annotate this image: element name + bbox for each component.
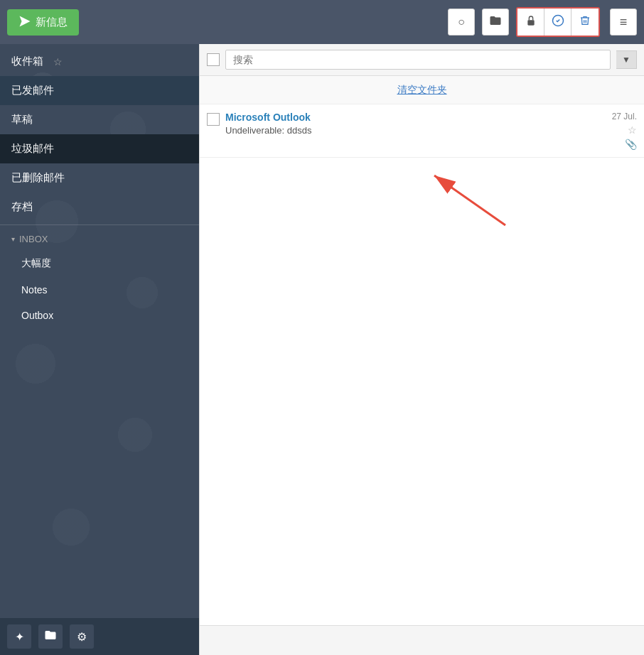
check-circle-icon <box>552 14 564 30</box>
inbox-section-header[interactable]: ▾ INBOX <box>0 228 199 250</box>
pin-button[interactable]: ✦ <box>7 624 31 649</box>
folder-toolbar-button[interactable] <box>482 9 509 36</box>
gear-icon: ⚙ <box>77 630 87 644</box>
menu-toolbar-button[interactable]: ≡ <box>610 9 637 36</box>
sidebar-item-archive[interactable]: 存档 <box>0 193 199 222</box>
folder-icon <box>489 14 502 30</box>
search-dropdown-button[interactable]: ▼ <box>616 50 637 69</box>
content-bottom-bar <box>200 625 644 655</box>
notes-label: Notes <box>21 284 48 296</box>
sidebar-item-deleted[interactable]: 已删除邮件 <box>0 163 199 193</box>
sidebar-item-sent[interactable]: 已发邮件 <box>0 76 199 105</box>
inbox-label: 收件箱 <box>11 55 43 68</box>
sent-label: 已发邮件 <box>11 84 54 97</box>
inbox-section-label: INBOX <box>19 234 48 244</box>
compose-button[interactable]: 新信息 <box>7 9 79 36</box>
chevron-down-icon: ▾ <box>11 235 15 243</box>
check-toolbar-button[interactable] <box>544 9 571 36</box>
content-header: ▼ <box>200 44 644 76</box>
sidebar-item-dafudu[interactable]: 大幅度 <box>0 250 199 277</box>
clear-folder-bar: 清空文件夹 <box>200 76 644 104</box>
email-star-icon[interactable]: ☆ <box>628 124 637 136</box>
circle-toolbar-button[interactable]: ○ <box>448 9 475 36</box>
email-item[interactable]: Microsoft Outlook Undeliverable: ddsds 2… <box>200 104 644 158</box>
email-meta: 27 Jul. ☆ 📎 <box>612 112 637 150</box>
top-toolbar: 新信息 ○ <box>0 0 644 44</box>
main-layout: 收件箱 ☆ 已发邮件 草稿 垃圾邮件 已删除邮件 存档 <box>0 44 644 655</box>
email-date: 27 Jul. <box>612 112 637 121</box>
search-input[interactable] <box>225 50 611 70</box>
star-icon[interactable]: ☆ <box>53 56 63 67</box>
clear-folder-button[interactable]: 清空文件夹 <box>397 84 447 97</box>
svg-rect-1 <box>527 20 534 25</box>
sidebar-item-junk[interactable]: 垃圾邮件 <box>0 134 199 163</box>
sidebar-bottom: ✦ ⚙ <box>0 618 199 655</box>
lock-toolbar-button[interactable] <box>517 9 544 36</box>
dropdown-arrow-icon: ▼ <box>622 55 630 65</box>
pin-icon: ✦ <box>15 630 24 644</box>
send-icon <box>18 15 31 30</box>
sidebar-item-outbox[interactable]: Outbox <box>0 303 199 328</box>
sidebar-divider <box>0 224 199 225</box>
select-all-checkbox[interactable] <box>207 53 220 66</box>
sidebar-item-drafts[interactable]: 草稿 <box>0 105 199 134</box>
folder-add-button[interactable] <box>38 624 63 649</box>
lock-icon <box>525 14 537 30</box>
circle-icon: ○ <box>458 16 465 28</box>
sidebar-nav: 收件箱 ☆ 已发邮件 草稿 垃圾邮件 已删除邮件 存档 <box>0 44 199 618</box>
menu-icon: ≡ <box>620 15 628 30</box>
email-checkbox[interactable] <box>207 113 220 126</box>
email-content: Microsoft Outlook Undeliverable: ddsds <box>225 112 606 136</box>
trash-icon <box>579 14 591 30</box>
junk-label: 垃圾邮件 <box>11 142 54 156</box>
email-subject: Undeliverable: ddsds <box>225 125 606 136</box>
sidebar-item-notes[interactable]: Notes <box>0 277 199 303</box>
trash-toolbar-button[interactable] <box>571 9 599 36</box>
email-attachment-icon: 📎 <box>625 139 637 150</box>
dafudu-label: 大幅度 <box>21 257 51 269</box>
deleted-label: 已删除邮件 <box>11 171 65 185</box>
archive-label: 存档 <box>11 200 33 214</box>
compose-label: 新信息 <box>36 16 68 29</box>
content-area: ▼ 清空文件夹 Microsoft Outlook Undeliverable:… <box>199 44 644 655</box>
email-sender: Microsoft Outlook <box>225 112 606 123</box>
outbox-label: Outbox <box>21 310 53 321</box>
sidebar-item-inbox[interactable]: 收件箱 ☆ <box>0 47 199 76</box>
settings-button[interactable]: ⚙ <box>70 624 94 649</box>
email-list: Microsoft Outlook Undeliverable: ddsds 2… <box>200 104 644 625</box>
inbox-section: ▾ INBOX 大幅度 Notes Outbox <box>0 228 199 328</box>
svg-marker-0 <box>20 16 31 26</box>
drafts-label: 草稿 <box>11 113 33 126</box>
sidebar: 收件箱 ☆ 已发邮件 草稿 垃圾邮件 已删除邮件 存档 <box>0 44 199 655</box>
action-toolbar-group <box>516 7 600 37</box>
folder-add-icon <box>44 629 57 644</box>
svg-line-4 <box>434 175 505 225</box>
